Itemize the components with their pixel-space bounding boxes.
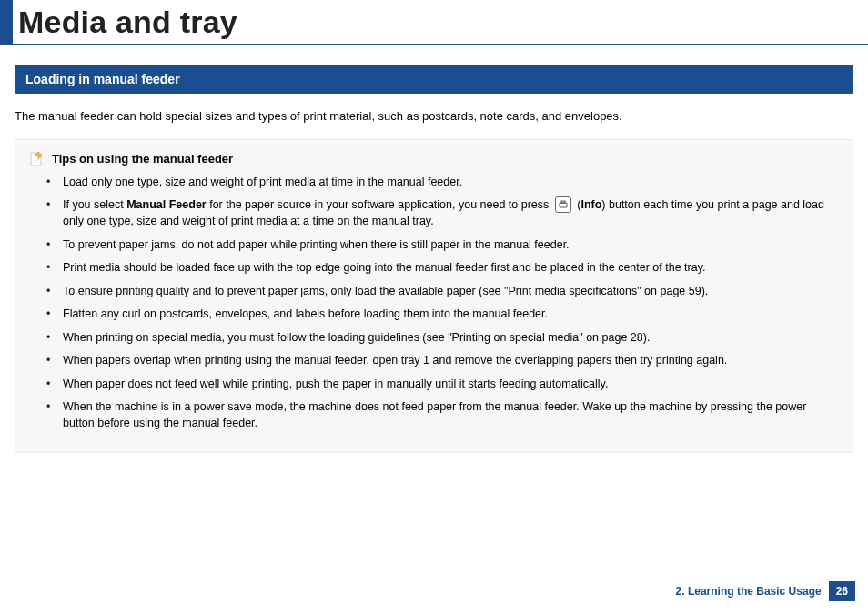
svg-rect-2 [561, 201, 565, 203]
page-body: Loading in manual feeder The manual feed… [0, 45, 868, 452]
tip-text: When paper does not feed well while prin… [63, 377, 608, 390]
info-button-icon [555, 196, 571, 213]
header-accent [0, 0, 13, 44]
tips-list: Load only one type, size and weight of p… [28, 175, 836, 432]
footer-page-number: 26 [829, 581, 855, 601]
tip-text: Load only one type, size and weight of p… [63, 176, 462, 188]
tip-text: When printing on special media, you must… [63, 331, 650, 344]
tip-text: Print media should be loaded face up wit… [63, 261, 705, 274]
tip-text: When papers overlap when printing using … [63, 354, 727, 367]
tip-text: Flatten any curl on postcards, envelopes… [63, 307, 548, 320]
tip-item: Print media should be loaded face up wit… [54, 260, 836, 277]
manual-page: Media and tray Loading in manual feeder … [0, 0, 868, 614]
footer-chapter: 2. Learning the Basic Usage [676, 585, 822, 598]
tip-text: for the paper source in your software ap… [207, 198, 552, 211]
tips-panel: Tips on using the manual feeder Load onl… [15, 139, 853, 453]
tip-item: Load only one type, size and weight of p… [54, 175, 836, 191]
tip-item: When the machine is in a power save mode… [54, 399, 836, 431]
svg-rect-1 [560, 203, 567, 207]
tip-item: Flatten any curl on postcards, envelopes… [54, 307, 836, 323]
tip-text-bold: Manual Feeder [126, 198, 207, 211]
tip-item: If you select Manual Feeder for the pape… [54, 197, 836, 230]
section-heading: Loading in manual feeder [15, 65, 853, 94]
tip-text: To prevent paper jams, do not add paper … [63, 238, 570, 251]
tip-item: When paper does not feed well while prin… [54, 377, 836, 393]
tips-title: Tips on using the manual feeder [52, 152, 233, 166]
page-header: Media and tray [0, 0, 868, 45]
tip-text: If you select [63, 198, 126, 211]
tip-item: To prevent paper jams, do not add paper … [54, 237, 836, 254]
tip-item: When printing on special media, you must… [54, 330, 836, 347]
page-footer: 2. Learning the Basic Usage 26 [676, 581, 855, 601]
tips-header: Tips on using the manual feeder [28, 151, 836, 167]
tip-text: To ensure printing quality and to preven… [63, 285, 708, 297]
tip-text: When the machine is in a power save mode… [63, 400, 806, 429]
tip-text-bold: Info [580, 198, 601, 211]
page-title: Media and tray [18, 5, 237, 40]
tip-item: When papers overlap when printing using … [54, 353, 836, 369]
section-intro: The manual feeder can hold special sizes… [15, 108, 853, 125]
tip-item: To ensure printing quality and to preven… [54, 284, 836, 300]
note-icon [28, 151, 45, 167]
